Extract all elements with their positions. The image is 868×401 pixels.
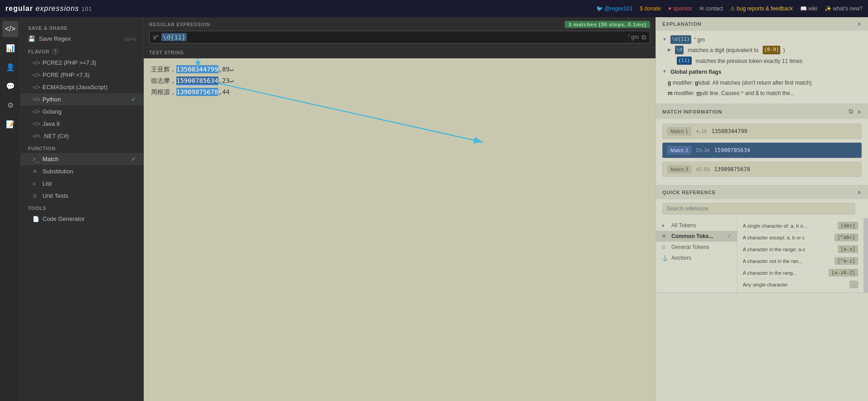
- sidebar-icon-settings[interactable]: ⚙: [2, 97, 19, 113]
- match-highlight-1: 13500344799: [176, 65, 218, 73]
- exp-g-desc-line: g modifier: global. All matches (don't r…: [662, 78, 862, 87]
- match-range-3: 42–53: [696, 167, 710, 172]
- match-range-2: 23–34: [696, 148, 710, 153]
- copy-regex-button[interactable]: ⧉: [642, 33, 646, 41]
- match-info-section: MATCH INFORMATION ⧉ ∧ Match 1 4–15 13500…: [656, 104, 868, 186]
- qr-item-6-desc: Any single character: [743, 282, 846, 287]
- match-value-3: 13909875678: [714, 166, 750, 172]
- qr-cat-common-check: ✓: [727, 233, 731, 239]
- flavor-python[interactable]: </> Python ✓: [21, 93, 143, 105]
- tool-code-generator[interactable]: 📄 Code Generator: [21, 213, 143, 225]
- whats-new-link[interactable]: ✨ what's new?: [825, 5, 863, 12]
- qr-cat-all-tokens[interactable]: ● All Tokens: [656, 220, 737, 231]
- match-info-content: Match 1 4–15 13500344799 Match 2 23–34 1…: [656, 119, 868, 185]
- regex-input-row[interactable]: ir" \d{11} " gm ⧉: [149, 31, 650, 43]
- match-value-2: 15900785634: [714, 147, 750, 153]
- anchors-icon: ⚓: [661, 255, 668, 261]
- sidebar-icon-user[interactable]: 👤: [2, 59, 19, 75]
- quick-ref-title: QUICK REFERENCE: [662, 190, 716, 195]
- function-substitution[interactable]: ✕ Substitution: [21, 165, 143, 177]
- copy-match-button[interactable]: ⧉: [849, 108, 854, 115]
- regex-prefix: ir": [153, 34, 159, 41]
- general-tokens-icon: ⊙: [661, 244, 668, 250]
- flavor-info-icon[interactable]: ?: [52, 48, 58, 55]
- match-highlight-2: 15900785634: [176, 76, 218, 86]
- flavor-java[interactable]: </> Java 8: [21, 118, 143, 130]
- flavor-dotnet[interactable]: </> .NET (C#): [21, 130, 143, 142]
- match-row-3: Match 3 42–53 13909875678: [662, 162, 862, 177]
- explanation-content: ▼ \d{11} " gm ▶ \d matches a digit (equi…: [656, 31, 868, 104]
- exp-11-line: {11} matches the previous token exactly …: [662, 57, 862, 66]
- qr-item-5-desc: A character in the rang...: [743, 270, 825, 276]
- flavor-title: FLAVOR ?: [21, 45, 143, 57]
- match-info-header[interactable]: MATCH INFORMATION ⧉ ∧: [656, 104, 868, 119]
- bug-reports-link[interactable]: ⚠ bug reports & feedback: [730, 5, 793, 12]
- qr-cat-anchors-label: Anchors: [671, 255, 691, 261]
- save-regex-button[interactable]: 💾 Save Regex ctrl+s: [21, 33, 143, 45]
- match-tag-1: Match 1: [667, 127, 691, 135]
- logo: regular expressions 101: [5, 5, 92, 13]
- regex-flags: " gm: [628, 34, 639, 40]
- qr-item-2: A character except: a, b or c [^abc]: [741, 232, 860, 243]
- wiki-link[interactable]: 📖 wiki: [800, 5, 817, 12]
- save-icon: 💾: [28, 35, 35, 42]
- quick-ref-categories: ● All Tokens ★ Common Toke... ✓ ⊙ Genera…: [656, 218, 737, 292]
- main-layout: </> 📊 👤 💬 ⚙ 📝 SAVE & SHARE 💾 Save Regex …: [0, 17, 868, 401]
- quick-ref-content: ● All Tokens ★ Common Toke... ✓ ⊙ Genera…: [656, 199, 868, 292]
- search-reference-input[interactable]: [662, 203, 855, 215]
- function-match[interactable]: >_ Match ✓: [21, 153, 143, 165]
- match-tag-2: Match 2: [667, 146, 691, 154]
- qr-item-6-token: .: [849, 281, 858, 288]
- topbar: regular expressions 101 🐦 @regex101 $ do…: [0, 0, 868, 17]
- flavor-ecmascript[interactable]: </> ECMAScript (JavaScript): [21, 81, 143, 93]
- substitution-icon: ✕: [33, 168, 39, 175]
- center-panel: REGULAR EXPRESSION 3 matches (30 steps, …: [144, 17, 656, 401]
- explanation-title: EXPLANATION: [662, 21, 702, 27]
- code-icon-6: </>: [33, 121, 39, 127]
- qr-item-4-token: [^a-z]: [835, 257, 858, 265]
- exp-close-paren: ): [783, 46, 785, 55]
- tools-title: TOOLS: [21, 202, 143, 213]
- save-label: Save Regex: [39, 35, 71, 42]
- qr-item-1-desc: A single character of: a, b o...: [743, 223, 834, 229]
- exp-m-desc-line: m modifier: multi line. Causes ^ and $ t…: [662, 89, 862, 98]
- function-unit-tests[interactable]: ⊙ Unit Tests: [21, 190, 143, 202]
- code-icon-3: </>: [33, 84, 39, 91]
- exp-token-11: {11}: [677, 57, 692, 65]
- donate-link[interactable]: $ donate: [640, 5, 661, 12]
- sidebar-icon-notes[interactable]: 📝: [2, 116, 19, 132]
- test-line-2: 徐志摩，15900785634,23↵: [151, 75, 648, 86]
- test-string-content[interactable]: 王亚辉，13500344799,89↵ 徐志摩，15900785634,23↵ …: [144, 58, 656, 401]
- sponsor-link[interactable]: ♥ sponsor: [668, 5, 692, 12]
- quick-ref-section: QUICK REFERENCE ∧ ● All Tokens ★: [656, 186, 868, 293]
- sidebar-icon-chat[interactable]: 💬: [2, 78, 19, 94]
- flavor-pcre[interactable]: </> PCRE (PHP <7.3): [21, 69, 143, 81]
- qr-item-2-desc: A character except: a, b or c: [743, 235, 831, 240]
- qr-cat-general[interactable]: ⊙ General Tokens: [656, 242, 737, 253]
- qr-cat-anchors[interactable]: ⚓ Anchors: [656, 253, 737, 263]
- logo-expressions: expressions: [36, 5, 79, 12]
- right-panel: EXPLANATION ∧ ▼ \d{11} " gm ▶ \d matches…: [656, 17, 868, 401]
- sidebar-icon-code[interactable]: </>: [2, 21, 19, 37]
- flavor-golang[interactable]: </> Golang: [21, 105, 143, 118]
- topbar-nav: 🐦 @regex101 $ donate ♥ sponsor ✉ contact…: [596, 5, 863, 12]
- qr-item-5-token: [a-zA-Z]: [829, 269, 858, 277]
- sidebar-icon-chart[interactable]: 📊: [2, 40, 19, 56]
- qr-cat-common[interactable]: ★ Common Toke... ✓: [656, 231, 737, 242]
- test-line-1: 王亚辉，13500344799,89↵: [151, 64, 648, 75]
- qr-scrollbar[interactable]: [863, 218, 868, 292]
- flavor-pcre2[interactable]: </> PCRE2 (PHP >=7.3): [21, 57, 143, 69]
- function-list[interactable]: ≡ List: [21, 177, 143, 190]
- twitter-link[interactable]: 🐦 @regex101: [596, 5, 633, 12]
- search-ref-row: [656, 199, 868, 218]
- qr-item-1: A single character of: a, b o... [abc]: [741, 220, 860, 232]
- unit-tests-icon: ⊙: [33, 193, 39, 199]
- exp-flags-text: " gm: [694, 35, 705, 44]
- match-row-2: Match 2 23–34 15900785634: [662, 143, 862, 158]
- quick-ref-header[interactable]: QUICK REFERENCE ∧: [656, 186, 868, 199]
- common-tokens-icon: ★: [661, 233, 668, 239]
- contact-link[interactable]: ✉ contact: [699, 5, 723, 12]
- exp-desc-11: matches the previous token exactly 11 ti…: [694, 57, 802, 66]
- qr-item-3: A character in the range: a-z [a-z]: [741, 243, 860, 255]
- explanation-header[interactable]: EXPLANATION ∧: [656, 17, 868, 31]
